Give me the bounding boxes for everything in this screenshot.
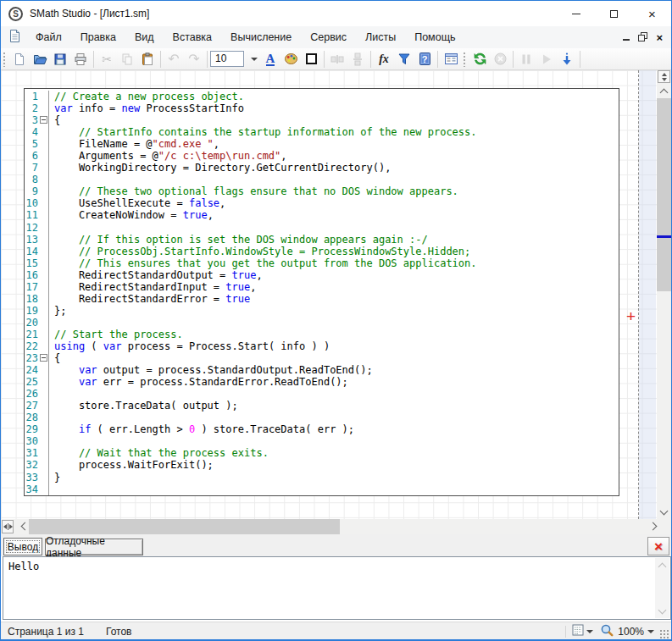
menu-item-5[interactable]: Сервис [301, 26, 356, 48]
scroll-right-button[interactable] [647, 519, 661, 533]
zoom-dropdown[interactable] [647, 630, 654, 633]
scroll-position-marker [657, 235, 671, 238]
mdi-close-button[interactable]: × [656, 31, 663, 44]
mdi-restore-button[interactable] [638, 30, 647, 45]
line-number: 16 [25, 269, 49, 281]
line-number: 15 [25, 257, 49, 269]
toolbar: ✂ ↶ ↷ 10 A fx ? [1, 48, 671, 70]
font-size-combo[interactable]: 10 [210, 51, 260, 67]
horizontal-splitter-button[interactable] [2, 520, 14, 533]
copy-button[interactable] [117, 50, 137, 69]
tab-output[interactable]: Вывод [3, 538, 42, 555]
menu-item-1[interactable]: Правка [71, 26, 125, 48]
status-text: Готов [106, 626, 132, 638]
code-region[interactable]: 1// Create a new process object.2var inf… [24, 88, 619, 496]
code-line: 4 // StartInfo contains the startup info… [25, 126, 619, 138]
align-vertical-button[interactable] [347, 50, 368, 69]
window-maximize-button[interactable] [595, 1, 633, 26]
line-number: 26 [25, 388, 49, 400]
scroll-down-button[interactable] [657, 505, 671, 519]
line-number: 2 [25, 102, 49, 114]
toolbar-grip-2[interactable] [463, 52, 467, 67]
menu-item-2[interactable]: Вид [125, 26, 164, 48]
resize-grip[interactable] [659, 629, 669, 639]
status-bar: Страница 1 из 1 Готов 100% [1, 622, 671, 640]
open-button[interactable] [30, 50, 50, 69]
app-logo-icon: S [8, 7, 23, 21]
window-minimize-button[interactable] [557, 1, 595, 26]
page-layout-icon[interactable] [571, 623, 585, 639]
menu-item-4[interactable]: Вычисление [221, 26, 301, 48]
vertical-scrollbar[interactable] [657, 70, 671, 519]
line-number: 4 [25, 126, 49, 138]
code-line: 19}; [25, 305, 619, 317]
page-layout-dropdown[interactable] [586, 630, 593, 633]
line-number: 17 [25, 281, 49, 293]
scroll-up-button[interactable] [657, 84, 671, 98]
code-line: 14 // ProcessObj.StartInfo.WindowStyle =… [25, 246, 619, 257]
font-button[interactable]: A [260, 50, 280, 69]
line-number: 25 [25, 376, 49, 388]
line-number: 22 [25, 340, 49, 352]
toolbar-grip[interactable] [3, 52, 7, 67]
menu-item-3[interactable]: Вставка [164, 26, 221, 48]
window-close-button[interactable]: × [633, 1, 671, 26]
page-margin-area [639, 70, 656, 519]
horizontal-scroll-thumb[interactable] [29, 519, 340, 534]
output-panel[interactable]: Hello [3, 556, 671, 620]
play-button[interactable] [536, 50, 557, 69]
worksheet-canvas[interactable]: 1// Create a new process object.2var inf… [1, 70, 671, 519]
code-line: 15 // This ensures that you get the outp… [25, 257, 619, 269]
menu-item-0[interactable]: Файл [26, 26, 71, 48]
menu-item-6[interactable]: Листы [356, 26, 405, 48]
filter-button[interactable] [394, 50, 414, 69]
line-number: 30 [25, 435, 49, 447]
function-button[interactable]: fx [374, 50, 394, 69]
border-button[interactable] [301, 50, 321, 69]
output-scroll-up-button[interactable] [655, 558, 669, 572]
menu-item-7[interactable]: Помощь [405, 26, 464, 48]
line-number: 14 [25, 246, 49, 257]
line-number: 8 [25, 174, 49, 185]
paste-button[interactable] [137, 50, 158, 69]
tab-debug-data[interactable]: Отладочные данные [45, 539, 143, 555]
output-scroll-down-button[interactable] [655, 604, 669, 618]
code-line: 23{ [25, 352, 619, 364]
new-sheet-button[interactable] [9, 50, 30, 69]
undo-button[interactable]: ↶ [164, 50, 184, 69]
save-button[interactable] [50, 50, 70, 69]
zoom-level[interactable]: 100% [618, 626, 644, 638]
stop-button[interactable] [490, 50, 510, 69]
output-close-button[interactable]: × [647, 537, 669, 555]
title-bar: S SMath Studio - [Лист1.sm] × [1, 1, 671, 26]
align-horizontal-button[interactable] [327, 50, 347, 69]
line-number: 23 [25, 352, 49, 364]
output-scrollbar[interactable] [655, 558, 669, 618]
line-number: 6 [25, 150, 49, 162]
document-icon[interactable] [8, 29, 21, 46]
fold-marker-icon[interactable] [40, 354, 47, 362]
color-palette-button[interactable] [280, 50, 301, 69]
code-line: 12 [25, 222, 619, 234]
vertical-scroll-thumb[interactable] [657, 98, 671, 291]
reference-book-button[interactable]: ? [414, 50, 435, 69]
horizontal-scrollbar[interactable] [1, 519, 671, 534]
vertical-splitter-button[interactable] [658, 70, 670, 83]
insertion-cursor-icon: + [626, 311, 638, 323]
recalculate-button[interactable] [469, 50, 490, 69]
code-line: 17 RedirectStandardInput = true, [25, 281, 619, 293]
debug-step-button[interactable] [557, 50, 577, 69]
mdi-minimize-button[interactable] [623, 34, 630, 41]
snippets-button[interactable] [441, 50, 461, 69]
close-icon: × [648, 8, 656, 20]
zoom-magnifier-icon[interactable] [600, 623, 614, 640]
window-title: SMath Studio - [Лист1.sm] [30, 8, 149, 19]
cut-button[interactable]: ✂ [97, 50, 117, 69]
redo-button[interactable]: ↷ [184, 50, 204, 69]
code-line: 28 [25, 412, 619, 423]
print-button[interactable] [70, 50, 91, 69]
pause-button[interactable] [516, 50, 536, 69]
font-size-dropdown[interactable] [247, 51, 260, 67]
font-size-value[interactable]: 10 [210, 51, 244, 67]
fold-marker-icon[interactable] [40, 116, 47, 124]
